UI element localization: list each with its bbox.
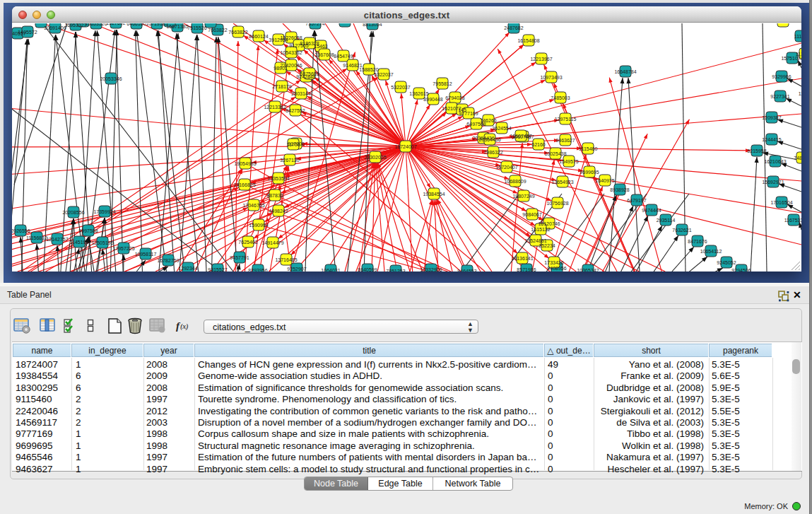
svg-text:9252907: 9252907 [287,267,306,271]
svg-text:1064031: 1064031 [321,268,340,272]
svg-text:7851253: 7851253 [386,269,405,272]
svg-text:19384554: 19384554 [423,192,445,197]
svg-text:12142757: 12142757 [46,237,68,242]
svg-text:10654112: 10654112 [700,249,722,254]
svg-text:8571986: 8571986 [517,267,536,272]
svg-text:16671385: 16671385 [166,24,188,29]
svg-text:20364436: 20364436 [478,137,500,142]
svg-text:8215958: 8215958 [747,148,766,153]
svg-text:10332906: 10332906 [420,267,442,272]
svg-text:748500: 748500 [794,156,801,160]
svg-text:12505195: 12505195 [91,240,113,245]
svg-text:9777169: 9777169 [459,111,478,116]
svg-text:5322037: 5322037 [374,72,393,77]
svg-text:18724007: 18724007 [394,144,416,149]
svg-text:13716485: 13716485 [275,257,297,262]
svg-text:19166825: 19166825 [233,182,255,187]
svg-text:11123: 11123 [794,34,801,39]
svg-text:5875685: 5875685 [300,71,319,76]
svg-text:252234: 252234 [539,243,555,248]
svg-text:18807249: 18807249 [512,194,534,199]
svg-text:9115460: 9115460 [579,146,598,151]
svg-text:6479197: 6479197 [627,198,646,203]
svg-text:98901: 98901 [273,66,288,71]
svg-text:9084067: 9084067 [522,212,541,217]
svg-text:20691406: 20691406 [44,25,66,30]
svg-text:1527602: 1527602 [106,23,125,25]
svg-text:11700: 11700 [287,142,300,147]
svg-text:1132541: 1132541 [796,52,801,57]
svg-text:9315527: 9315527 [208,267,227,272]
svg-text:10958117: 10958117 [135,252,157,257]
svg-text:9474444: 9474444 [642,208,661,213]
svg-text:7485003: 7485003 [551,95,570,100]
svg-text:5322037: 5322037 [391,85,410,90]
svg-text:1244415: 1244415 [762,137,781,142]
svg-text:1362615: 1362615 [409,91,428,96]
svg-text:2367608: 2367608 [314,52,334,57]
svg-text:1640975: 1640975 [595,178,614,183]
svg-text:2026556: 2026556 [12,228,30,233]
svg-text:2803144: 2803144 [291,91,310,96]
svg-text:2935114: 2935114 [657,218,676,223]
svg-text:6794028: 6794028 [445,95,464,100]
svg-text:15226058: 15226058 [280,35,302,40]
svg-text:20208556: 20208556 [62,210,84,215]
svg-text:15463: 15463 [314,44,328,49]
svg-text:6497568: 6497568 [466,122,486,127]
svg-text:10543362: 10543362 [280,50,302,55]
svg-text:1292344: 1292344 [178,266,197,271]
svg-text:13524851: 13524851 [524,238,546,243]
svg-text:9464553: 9464553 [457,269,476,272]
svg-text:10025438: 10025438 [544,151,566,156]
svg-text:1588520: 1588520 [359,67,378,72]
svg-text:8640599: 8640599 [358,267,377,272]
svg-text:10756928: 10756928 [546,201,568,206]
svg-text:8938928: 8938928 [610,187,629,192]
svg-text:17359924: 17359924 [93,209,115,214]
svg-text:10719185: 10719185 [146,23,167,26]
svg-text:1405572: 1405572 [18,30,37,35]
svg-text:8471676: 8471676 [688,239,707,244]
svg-text:8454749: 8454749 [334,54,353,59]
svg-text:9699695: 9699695 [579,170,599,175]
svg-text:7625402: 7625402 [238,240,257,245]
svg-text:1590994: 1590994 [249,223,268,228]
svg-text:10973493: 10973493 [540,75,562,80]
svg-text:1549575: 1549575 [559,159,578,164]
svg-text:2718179: 2718179 [272,84,291,89]
svg-text:9997588: 9997588 [78,228,98,233]
svg-text:16782759: 16782759 [157,258,179,263]
svg-text:1164093: 1164093 [799,91,801,96]
svg-text:16154808: 16154808 [517,38,539,43]
svg-text:1167533: 1167533 [784,218,801,223]
svg-text:(x): (x) [180,322,189,331]
svg-text:1145193: 1145193 [70,240,89,245]
svg-text:23302035: 23302035 [364,155,386,160]
svg-text:12975115: 12975115 [555,117,577,122]
svg-text:12213967: 12213967 [530,57,552,62]
svg-text:7357274: 7357274 [305,23,324,26]
svg-text:13353594: 13353594 [267,176,289,181]
svg-text:15692971: 15692971 [762,180,784,185]
svg-text:16648784: 16648784 [614,69,636,74]
svg-text:16210643: 16210643 [764,159,786,164]
svg-text:1733426: 1733426 [544,260,563,265]
svg-text:4498242: 4498242 [269,209,288,214]
svg-text:7663822: 7663822 [208,28,227,33]
svg-text:7986322: 7986322 [483,150,502,155]
svg-text:16953327: 16953327 [64,23,86,28]
svg-text:17046765: 17046765 [242,203,264,208]
svg-text:9294506: 9294506 [731,268,751,272]
svg-text:9408956: 9408956 [547,266,566,271]
svg-text:16120746: 16120746 [538,221,560,226]
svg-text:20053346: 20053346 [100,76,122,81]
svg-text:15720407: 15720407 [495,165,517,170]
svg-text:7955812: 7955812 [433,81,452,86]
svg-text:7663822: 7663822 [228,30,247,35]
svg-text:13654923: 13654923 [551,180,573,185]
svg-text:8293956: 8293956 [248,268,267,272]
svg-text:19054985: 19054985 [234,161,256,166]
svg-text:62160: 62160 [531,142,546,147]
svg-text:9245052: 9245052 [717,260,736,265]
